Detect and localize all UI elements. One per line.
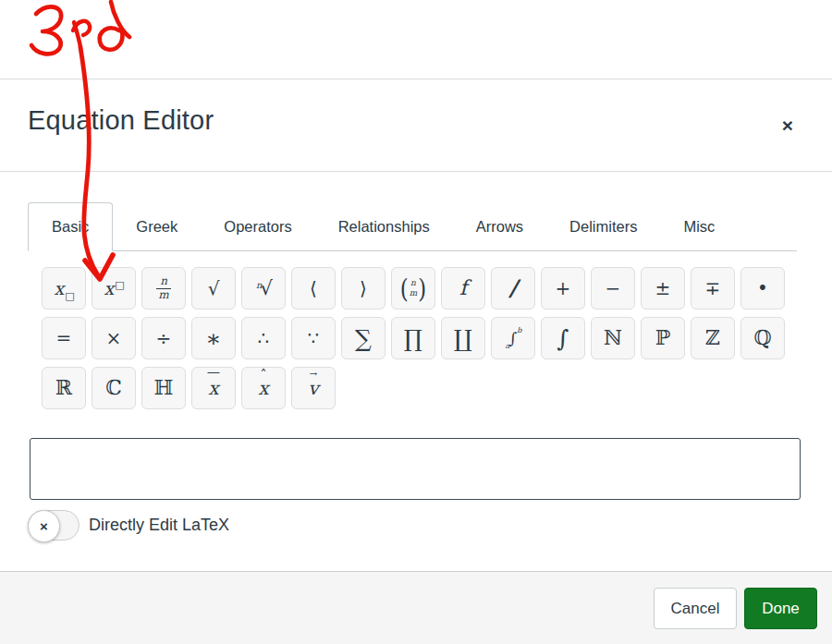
superscript-button[interactable]: x□ bbox=[92, 267, 136, 310]
complex-numbers-button[interactable]: ℂ bbox=[92, 367, 136, 409]
right-angle-bracket-button[interactable]: ⟩ bbox=[341, 267, 385, 310]
because-button[interactable]: ∵ bbox=[291, 317, 336, 359]
definite-integral-button[interactable]: ∫ba bbox=[491, 317, 535, 359]
real-numbers-button[interactable]: ℝ bbox=[42, 367, 86, 409]
annotation-letter-3 bbox=[31, 6, 61, 54]
x-bar-button[interactable]: x bbox=[191, 367, 236, 409]
tab-basic[interactable]: Basic bbox=[28, 202, 113, 251]
tab-arrows[interactable]: Arrows bbox=[453, 202, 546, 250]
page-title: Equation Editor bbox=[28, 105, 214, 136]
product-button[interactable]: ∏ bbox=[391, 317, 435, 359]
symbol-row: =×÷∗∴∵∑∏∐∫ba∫ℕℙℤℚ bbox=[42, 317, 792, 359]
subscript-button[interactable]: x□ bbox=[42, 267, 86, 310]
plus-minus-button[interactable]: ± bbox=[641, 267, 685, 310]
tabs-bar: Basic Greek Operators Relationships Arro… bbox=[28, 202, 797, 251]
toggle-x-icon: × bbox=[40, 518, 48, 534]
multiply-button[interactable]: × bbox=[92, 317, 136, 359]
fraction-button[interactable]: nm bbox=[141, 267, 186, 310]
divide-button[interactable]: ÷ bbox=[141, 317, 186, 359]
cancel-button[interactable]: Cancel bbox=[654, 588, 737, 629]
symbol-row: x□x□nm√n√⟨⟩(nm)f/+−±∓• bbox=[42, 267, 792, 310]
symbol-row: ℝℂℍxˆx→v bbox=[42, 367, 792, 409]
integers-button[interactable]: ℤ bbox=[691, 317, 735, 359]
tab-relationships[interactable]: Relationships bbox=[315, 202, 453, 250]
coproduct-button[interactable]: ∐ bbox=[441, 317, 485, 359]
x-hat-button[interactable]: ˆx bbox=[241, 367, 286, 409]
summation-button[interactable]: ∑ bbox=[341, 317, 385, 359]
close-button[interactable]: × bbox=[773, 111, 802, 140]
tab-greek[interactable]: Greek bbox=[113, 202, 201, 250]
quaternions-button[interactable]: ℍ bbox=[141, 367, 186, 409]
vector-v-button[interactable]: →v bbox=[291, 367, 336, 409]
equals-button[interactable]: = bbox=[42, 317, 86, 359]
close-icon: × bbox=[782, 115, 793, 136]
header-divider bbox=[0, 171, 832, 172]
bullet-dot-button[interactable]: • bbox=[740, 267, 785, 310]
minus-button[interactable]: − bbox=[591, 267, 635, 310]
done-button[interactable]: Done bbox=[744, 588, 817, 629]
footer: Cancel Done bbox=[0, 571, 832, 644]
equation-input[interactable] bbox=[30, 438, 801, 500]
integral-button[interactable]: ∫ bbox=[541, 317, 585, 359]
plus-button[interactable]: + bbox=[541, 267, 585, 310]
prime-numbers-button[interactable]: ℙ bbox=[641, 317, 685, 359]
tab-delimiters[interactable]: Delimiters bbox=[546, 202, 660, 250]
slash-button[interactable]: / bbox=[491, 267, 535, 310]
therefore-button[interactable]: ∴ bbox=[241, 317, 286, 359]
annotation-letter-d-stem bbox=[111, 2, 129, 37]
toggle-knob: × bbox=[28, 510, 60, 542]
tab-operators[interactable]: Operators bbox=[201, 202, 314, 250]
asterisk-operator-button[interactable]: ∗ bbox=[191, 317, 236, 359]
function-f-button[interactable]: f bbox=[441, 267, 485, 310]
left-angle-bracket-button[interactable]: ⟨ bbox=[291, 267, 336, 310]
rational-numbers-button[interactable]: ℚ bbox=[740, 317, 785, 359]
annotation-letter-r-arc bbox=[73, 21, 90, 35]
latex-toggle[interactable]: × bbox=[28, 510, 80, 541]
tab-misc[interactable]: Misc bbox=[660, 202, 738, 250]
annotation-letter-d-bowl bbox=[100, 28, 123, 49]
symbol-grid: x□x□nm√n√⟨⟩(nm)f/+−±∓•=×÷∗∴∵∑∏∐∫ba∫ℕℙℤℚℝ… bbox=[42, 267, 792, 417]
annotation-letter-r bbox=[74, 22, 80, 47]
minus-plus-button[interactable]: ∓ bbox=[691, 267, 735, 310]
nth-root-button[interactable]: n√ bbox=[241, 267, 286, 310]
square-root-button[interactable]: √ bbox=[191, 267, 236, 310]
toggle-label: Directly Edit LaTeX bbox=[89, 516, 229, 535]
binomial-coefficient-button[interactable]: (nm) bbox=[391, 267, 435, 310]
top-divider bbox=[0, 79, 832, 79]
natural-numbers-button[interactable]: ℕ bbox=[591, 317, 635, 359]
